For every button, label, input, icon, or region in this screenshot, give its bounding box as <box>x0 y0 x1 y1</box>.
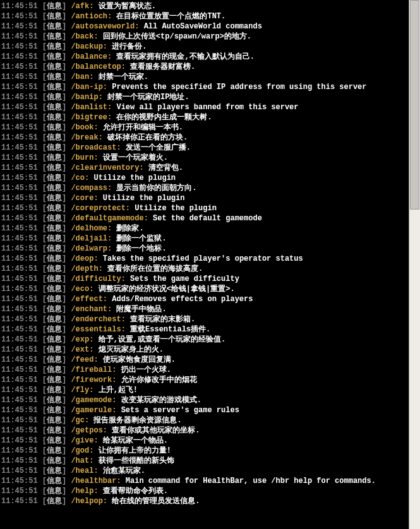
console-line: 11:45:51 [信息] /ban-ip: Prevents the spec… <box>1 82 406 92</box>
timestamp: 11:45:51 <box>1 497 42 506</box>
command-name: /firework: <box>71 376 121 384</box>
bracket-open: [ <box>42 446 47 455</box>
info-tag: 信息 <box>47 386 62 395</box>
command-description: 删除一个监狱. <box>116 234 166 243</box>
console-line: 11:45:51 [信息] /getpos: 查看你或其他玩家的坐标. <box>1 425 406 436</box>
console-line: 11:45:51 [信息] /difficulty: Sets the game… <box>1 274 406 284</box>
command-name: /deop: <box>71 254 102 263</box>
console-line: 11:45:51 [信息] /coreprotect: Utilize the … <box>1 203 406 213</box>
console-line: 11:45:51 [信息] /antioch: 在目标位置放置一个点燃的TNT. <box>1 11 406 21</box>
info-tag: 信息 <box>47 174 62 182</box>
bracket-open: [ <box>42 497 47 506</box>
console-line: 11:45:51 [信息] /feed: 使玩家饱食度回复满. <box>1 355 406 365</box>
command-name: /exp: <box>71 335 98 344</box>
info-tag: 信息 <box>47 396 62 405</box>
bracket-open: [ <box>42 62 47 71</box>
timestamp: 11:45:51 <box>1 143 42 152</box>
command-name: /afk: <box>71 2 98 11</box>
info-tag: 信息 <box>47 2 62 11</box>
info-tag: 信息 <box>47 426 62 435</box>
command-description: 回到你上次传送<tp/spawn/warp>的地方. <box>103 32 251 41</box>
command-name: /defaultgamemode: <box>71 214 153 223</box>
timestamp: 11:45:51 <box>1 376 42 384</box>
console-line: 11:45:51 [信息] /burn: 设置一个玩家着火. <box>1 153 406 163</box>
bracket-open: [ <box>42 204 47 213</box>
bracket-open: [ <box>42 396 47 405</box>
timestamp: 11:45:51 <box>1 477 42 485</box>
timestamp: 11:45:51 <box>1 184 42 193</box>
command-name: /clearinventory: <box>71 163 148 172</box>
bracket-open: [ <box>42 244 47 253</box>
info-tag: 信息 <box>47 12 62 21</box>
timestamp: 11:45:51 <box>1 355 42 364</box>
command-description: 查看你所在位置的海拔高度. <box>107 264 203 273</box>
command-name: /autosaveworld: <box>71 22 143 31</box>
command-description: 给予,设置,或查看一个玩家的经验值. <box>99 335 226 344</box>
info-tag: 信息 <box>47 487 62 496</box>
bracket-close: ] <box>62 285 71 294</box>
console-line: 11:45:51 [信息] /deop: Takes the specified… <box>1 254 406 264</box>
timestamp: 11:45:51 <box>1 436 42 445</box>
info-tag: 信息 <box>47 446 62 455</box>
command-name: /difficulty: <box>71 275 130 283</box>
timestamp: 11:45:51 <box>1 234 42 243</box>
console-line: 11:45:51 [信息] /break: 破坏掉你正在看的方块. <box>1 133 406 143</box>
command-name: /back: <box>71 32 102 41</box>
command-description: 重载Essentials插件. <box>130 325 210 334</box>
info-tag: 信息 <box>47 315 62 324</box>
command-name: /co: <box>71 174 93 182</box>
scroll-thumb[interactable] <box>410 0 419 210</box>
bracket-close: ] <box>62 93 71 102</box>
scroll-track[interactable] <box>409 0 420 529</box>
command-name: /eco: <box>71 285 98 294</box>
bracket-close: ] <box>62 446 71 455</box>
command-description: Adds/Removes effects on players <box>112 295 253 304</box>
command-name: /getpos: <box>71 426 112 435</box>
bracket-close: ] <box>62 244 71 253</box>
timestamp: 11:45:51 <box>1 275 42 283</box>
command-name: /book: <box>71 123 102 132</box>
info-tag: 信息 <box>47 366 62 374</box>
timestamp: 11:45:51 <box>1 254 42 263</box>
info-tag: 信息 <box>47 305 62 314</box>
command-name: /delhome: <box>71 224 116 233</box>
command-name: /bigtree: <box>71 113 116 122</box>
console-line: 11:45:51 [信息] /book: 允许打开和编辑一本书. <box>1 122 406 133</box>
console-line: 11:45:51 [信息] /heal: 治愈某玩家. <box>1 466 406 476</box>
console-line: 11:45:51 [信息] /defaultgamemode: Set the … <box>1 213 406 223</box>
timestamp: 11:45:51 <box>1 315 42 324</box>
console-line: 11:45:51 [信息] /core: Utilize the plugin <box>1 193 406 203</box>
bracket-close: ] <box>62 416 71 425</box>
bracket-open: [ <box>42 487 47 496</box>
command-description: 上升,起飞! <box>99 386 138 395</box>
console-line: 11:45:51 [信息] /balance: 查看玩家拥有的现金,不输入默认为… <box>1 52 406 62</box>
info-tag: 信息 <box>47 103 62 112</box>
vertical-scrollbar[interactable] <box>409 0 420 529</box>
command-name: /banip: <box>71 93 107 102</box>
bracket-close: ] <box>62 123 71 132</box>
console-line: 11:45:51 [信息] /balancetop: 查看服务器财富榜. <box>1 62 406 72</box>
command-name: /burn: <box>71 153 102 162</box>
command-name: /broadcast: <box>71 143 125 152</box>
bracket-open: [ <box>42 73 47 81</box>
console-line: 11:45:51 [信息] /autosaveworld: All AutoSa… <box>1 21 406 32</box>
command-description: 设置为暂离状态. <box>99 2 156 11</box>
info-tag: 信息 <box>47 497 62 506</box>
bracket-open: [ <box>42 325 47 334</box>
timestamp: 11:45:51 <box>1 467 42 475</box>
info-tag: 信息 <box>47 244 62 253</box>
console-line: 11:45:51 [信息] /fly: 上升,起飞! <box>1 385 406 395</box>
bracket-open: [ <box>42 153 47 162</box>
timestamp: 11:45:51 <box>1 305 42 314</box>
console-line: 11:45:51 [信息] /essentials: 重载Essentials插… <box>1 324 406 335</box>
command-description: 报告服务器剩余资源信息. <box>93 416 181 425</box>
bracket-open: [ <box>42 103 47 112</box>
bracket-close: ] <box>62 406 71 415</box>
command-name: /essentials: <box>71 325 130 334</box>
command-description: 调整玩家的经济状况<给钱|拿钱|重置>. <box>99 285 235 294</box>
console-line: 11:45:51 [信息] /back: 回到你上次传送<tp/spawn/wa… <box>1 32 406 42</box>
command-name: /balancetop: <box>71 62 130 71</box>
timestamp: 11:45:51 <box>1 204 42 213</box>
timestamp: 11:45:51 <box>1 244 42 253</box>
command-name: /compass: <box>71 184 116 193</box>
